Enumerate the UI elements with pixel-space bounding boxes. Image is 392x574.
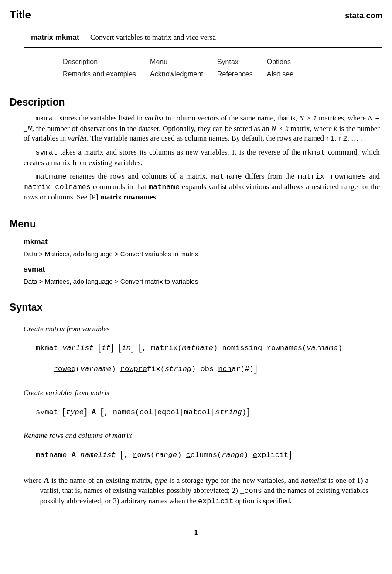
text: A [44,476,49,485]
page-number: 1 [10,528,382,538]
text: commands in that [91,182,149,191]
menu-path-mkmat: Data > Matrices, ado language > Convert … [24,250,382,258]
text: varname [80,365,111,373]
text: matname [211,172,242,181]
text: type [66,408,84,416]
section-syntax-heading: Syntax [10,301,382,314]
text: r [133,451,137,459]
text: mkmat [36,344,62,352]
syntax-label-svmat: Create variables from matrix [24,388,382,398]
text: fix( [147,365,165,373]
title-dash: — [79,33,91,41]
text: r2 [338,134,347,143]
text: explicit [198,497,234,505]
nav-acknowledgment[interactable]: Acknowledgment [150,69,216,80]
text: is a storage type for the new variables,… [167,476,301,485]
text: varlist [62,344,93,352]
menu-path-svmat: Data > Matrices, ado language > Convert … [24,277,382,286]
text: in column vectors of the same name, that… [164,114,299,122]
text: varname [307,344,337,352]
nav-menu[interactable]: Menu [150,56,216,68]
text: in [122,344,130,352]
text: ames(col [117,408,153,416]
text: r1 [326,134,334,143]
text: svmat [35,148,58,157]
nav-options[interactable]: Options [267,56,307,68]
text: , … . [347,134,362,142]
text: k [334,124,337,133]
text: matrix rownames [298,172,366,181]
text: olumns( [191,451,222,459]
text: mkmat [35,114,58,123]
text: renames the rows and columns of a matrix… [67,172,211,180]
text: namelist [301,476,326,485]
text: and [366,172,380,180]
text: svmat [36,408,62,416]
text: N × k [271,124,289,133]
page-title-heading: Title [10,8,31,22]
title-desc: Convert variables to matrix and vice ver… [90,33,216,41]
menu-sub-svmat: svmat [24,265,382,275]
syntax-line-matname: matname A namelist [, rows(range) column… [36,443,382,464]
nav-also-see[interactable]: Also see [267,69,307,80]
text: nomis [222,344,244,352]
nav-references[interactable]: References [217,69,266,80]
syntax-where-clause: where A is the name of an existing matri… [24,476,368,507]
text: matname [182,344,213,352]
description-paragraph-3: matname renames the rows and columns of … [24,172,380,203]
nav-remarks[interactable]: Remarks and examples [63,69,149,80]
text: mkmat [303,148,325,157]
text: matrix colnames [24,183,91,191]
text: type [155,476,167,485]
text: N × 1 [299,114,317,122]
nav-description[interactable]: Description [63,56,149,68]
text: matname [35,172,66,181]
text: matname [149,183,180,191]
section-description-heading: Description [10,96,382,109]
text: . The variable names are used as column … [87,134,326,142]
text: ar(#) [232,365,254,373]
text: . [156,193,157,201]
text: rix( [164,344,182,352]
menu-sub-mkmat: mkmat [24,237,382,247]
text: range [222,451,244,459]
syntax-label-mkmat: Create matrix from variables [24,324,382,334]
text: eqcol [157,408,180,416]
text: matrix rownames [98,193,156,201]
text: stores the variables listed in [58,114,144,122]
text: matname [36,451,72,459]
syntax-label-matname: Rename rows and columns of matrix [24,431,382,441]
text: roweq [54,365,76,373]
text: xplicit [257,451,288,459]
section-nav: Description Menu Syntax Options Remarks … [62,55,307,80]
site-link[interactable]: stata.com [345,10,382,21]
text: option is specified. [234,497,292,505]
text: nch [218,365,232,373]
text: [P] [89,193,99,201]
nav-syntax[interactable]: Syntax [217,56,266,68]
section-menu-heading: Menu [10,217,382,231]
text: c [186,451,191,459]
text: A [72,451,76,459]
text: string [215,408,242,416]
text: ( [76,365,80,373]
text: _cons [240,487,262,495]
text: is the name of an existing matrix, [49,476,155,485]
text: rown [266,344,284,352]
text: varlist [68,134,87,142]
text: , [335,134,339,142]
text: A [92,408,96,416]
text: obs [196,365,218,373]
text: mat [151,344,164,352]
text: ows( [137,451,155,459]
text: differs from the [242,172,298,180]
text: sing [244,344,266,352]
text: namelist [80,451,116,459]
text: if [102,344,110,352]
text: ames( [284,344,307,352]
text: string [165,365,191,373]
text: e [253,451,257,459]
syntax-line-svmat: svmat [type] A [, names(col|eqcol|matcol… [36,401,382,422]
text: where [24,476,44,485]
text: , the number of observations in the data… [32,124,271,133]
